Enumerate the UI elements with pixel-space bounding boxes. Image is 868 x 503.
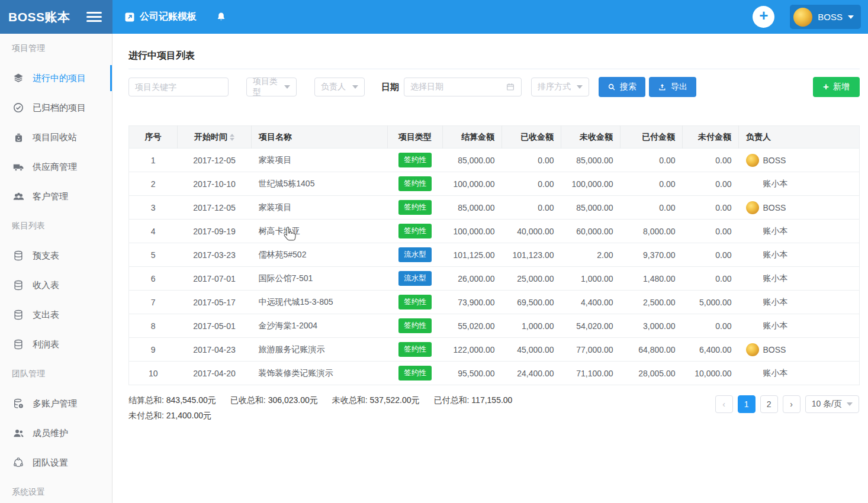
cell-type: 签约性 [388, 196, 443, 220]
total-label: 已付总和: [434, 395, 470, 405]
owner-avatar-placeholder [746, 320, 759, 333]
cell-settle: 85,000.00 [443, 196, 502, 220]
cell-paid: 64,800.00 [621, 338, 683, 362]
project-type-badge: 签约性 [398, 153, 432, 167]
cell-type: 签约性 [388, 362, 443, 385]
database-icon [12, 279, 25, 291]
cell-name[interactable]: 树高卡地亚 [252, 220, 388, 243]
user-menu[interactable]: BOSS [790, 5, 861, 29]
sidebar-item-member-maintenance[interactable]: 成员维护 [0, 418, 112, 448]
sidebar-item-archived-projects[interactable]: 已归档的项目 [0, 93, 112, 122]
chevron-down-icon [577, 85, 583, 89]
sidebar-item-team-settings[interactable]: 团队设置 [0, 448, 112, 478]
cell-unreceived: 85,000.00 [561, 149, 621, 172]
filter-bar: 项目类型 负责人 日期 选择日期 排序方式 [128, 77, 860, 97]
sidebar-item-expense-table[interactable]: 支出表 [0, 300, 112, 330]
cell-name[interactable]: 家装项目 [252, 149, 388, 172]
cell-unpaid: 0.00 [683, 149, 739, 172]
cell-unpaid: 6,400.00 [683, 338, 739, 362]
cell-start_date: 2017-04-23 [178, 338, 252, 362]
page-size-select[interactable]: 10 条/页 [805, 395, 859, 413]
column-header-start_date[interactable]: 开始时间 [178, 126, 252, 149]
pagination-page-2[interactable]: 2 [760, 395, 778, 413]
total-label: 结算总和: [128, 395, 164, 405]
pagination-next-button[interactable]: › [783, 395, 801, 413]
export-button[interactable]: 导出 [649, 77, 696, 97]
cell-type: 流水型 [388, 243, 443, 267]
sidebar-item-income-table[interactable]: 收入表 [0, 270, 112, 300]
database-lock-icon [12, 398, 25, 410]
cell-name[interactable]: 装饰装修类记账演示 [252, 362, 388, 385]
cell-owner: 账小本 [739, 220, 860, 243]
add-new-button[interactable]: + 新增 [813, 77, 860, 97]
workspace-switcher[interactable]: 公司记账模板 [124, 11, 197, 23]
cell-seq: 5 [129, 243, 178, 267]
sidebar-item-label: 供应商管理 [33, 162, 77, 173]
sidebar-item-label: 预支表 [33, 250, 59, 262]
cell-unreceived: 77,000.00 [561, 338, 621, 362]
sidebar: 项目管理进行中的项目已归档的项目项目回收站供应商管理客户管理账目列表预支表收入表… [0, 34, 112, 503]
search-button[interactable]: 搜索 [599, 77, 645, 97]
cell-settle: 100,000.00 [443, 172, 502, 196]
column-header-unpaid: 未付金额 [683, 126, 739, 149]
sidebar-item-ongoing-projects[interactable]: 进行中的项目 [0, 63, 112, 93]
sidebar-item-profit-table[interactable]: 利润表 [0, 330, 112, 359]
add-circle-button[interactable]: + [753, 6, 774, 28]
search-icon [607, 83, 616, 91]
bell-icon[interactable] [216, 11, 227, 22]
owner-avatar-placeholder [746, 272, 759, 285]
sidebar-item-supplier-management[interactable]: 供应商管理 [0, 152, 112, 182]
sidebar-item-customer-management[interactable]: 客户管理 [0, 182, 112, 211]
cell-received: 25,000.00 [502, 267, 561, 291]
sidebar-item-multi-account-management[interactable]: 多账户管理 [0, 389, 112, 418]
date-picker[interactable]: 选择日期 [404, 78, 522, 96]
sidebar-item-label: 支出表 [33, 309, 59, 321]
table-row: 102017-04-20装饰装修类记账演示签约性95,500.0024,400.… [129, 362, 860, 385]
cell-received: 0.00 [502, 149, 561, 172]
column-header-owner: 负责人 [739, 126, 860, 149]
cell-name[interactable]: 金沙海棠1-2004 [252, 314, 388, 338]
project-type-select[interactable]: 项目类型 [246, 78, 297, 96]
owner-avatar [746, 201, 759, 214]
cell-received: 40,000.00 [502, 220, 561, 243]
sort-icon[interactable] [230, 134, 234, 141]
pagination-page-1[interactable]: 1 [738, 395, 756, 413]
cell-settle: 100,000.00 [443, 220, 502, 243]
hamburger-menu-icon[interactable] [86, 12, 102, 22]
cell-unpaid: 0.00 [683, 314, 739, 338]
cell-name[interactable]: 国际公馆7-501 [252, 267, 388, 291]
owner-avatar-placeholder [746, 296, 759, 309]
total-label: 已收总和: [230, 395, 266, 405]
sidebar-item-label: 利润表 [33, 339, 59, 350]
keyword-input[interactable] [128, 78, 229, 96]
sidebar-item-project-recycle-bin[interactable]: 项目回收站 [0, 122, 112, 152]
cell-start_date: 2017-09-19 [178, 220, 252, 243]
cell-settle: 26,000.00 [443, 267, 502, 291]
sidebar-item-advance-table[interactable]: 预支表 [0, 241, 112, 270]
chevron-down-icon [848, 15, 854, 19]
cell-name[interactable]: 家装项目 [252, 196, 388, 220]
column-header-type: 项目类型 [388, 126, 443, 149]
user-name: BOSS [818, 12, 843, 22]
cell-name[interactable]: 中远现代城15-3-805 [252, 291, 388, 314]
sidebar-item-label: 成员维护 [33, 428, 68, 439]
cell-start_date: 2017-05-17 [178, 291, 252, 314]
cell-unreceived: 1,000.00 [561, 267, 621, 291]
table-row: 52017-03-23儒林苑5#502流水型101,125.00101,123.… [129, 243, 860, 267]
pagination-prev-button[interactable]: ‹ [715, 395, 733, 413]
table-row: 72017-05-17中远现代城15-3-805签约性73,900.0069,5… [129, 291, 860, 314]
cell-name[interactable]: 世纪城5栋1405 [252, 172, 388, 196]
cell-start_date: 2017-10-10 [178, 172, 252, 196]
sort-select[interactable]: 排序方式 [531, 78, 589, 96]
cell-name[interactable]: 儒林苑5#502 [252, 243, 388, 267]
topbar: BOSS账本 公司记账模板 + BOSS [0, 0, 868, 34]
cell-name[interactable]: 旅游服务记账演示 [252, 338, 388, 362]
owner-name: 账小本 [763, 179, 788, 189]
sidebar-item-label: 进行中的项目 [33, 73, 86, 84]
cell-seq: 3 [129, 196, 178, 220]
cell-unpaid: 0.00 [683, 243, 739, 267]
cell-paid: 9,370.00 [621, 243, 683, 267]
owner-select[interactable]: 负责人 [314, 78, 365, 96]
project-type-badge: 签约性 [398, 176, 432, 191]
cell-start_date: 2017-12-05 [178, 196, 252, 220]
